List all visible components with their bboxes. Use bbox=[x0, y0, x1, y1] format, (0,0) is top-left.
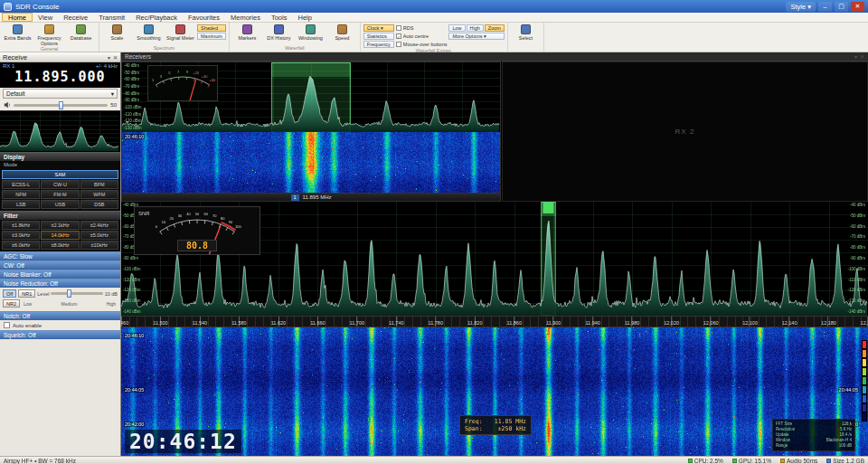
chevron-down-icon[interactable]: ▾ bbox=[108, 54, 110, 61]
filter-button-6-0khz[interactable]: ±6.0kHz bbox=[2, 241, 40, 250]
menu-item-transmit[interactable]: Transmit bbox=[93, 13, 130, 22]
filter-button-10khz[interactable]: ±10kHz bbox=[80, 241, 118, 250]
ribbon-extra-bands-button[interactable]: Extra Bands bbox=[3, 24, 33, 41]
extra-bands-icon bbox=[13, 24, 23, 34]
ribbon-markers-button[interactable]: Markers bbox=[232, 24, 262, 41]
menu-item-help[interactable]: Help bbox=[292, 13, 316, 22]
auto-enable-checkbox[interactable] bbox=[4, 322, 10, 328]
titlebar-controls: Style ▾ –▢✕ bbox=[786, 2, 864, 12]
ribbon-frequency-options-button[interactable]: Frequency Options bbox=[34, 24, 64, 46]
close-icon[interactable]: ✕ bbox=[860, 53, 864, 60]
mode-button-dsb[interactable]: DSB bbox=[80, 200, 118, 209]
style-menu-button[interactable]: Style ▾ bbox=[786, 2, 816, 12]
rx1-index-badge[interactable]: 1 bbox=[291, 194, 299, 201]
mode-button-ecss-l[interactable]: ECSS-L bbox=[2, 180, 40, 189]
mode-button-wfm[interactable]: WFM bbox=[80, 190, 118, 199]
volume-slider[interactable] bbox=[14, 104, 108, 107]
ribbon-clock-button[interactable]: Clock ▾ bbox=[363, 24, 394, 32]
ribbon-shaded-button[interactable]: Shaded bbox=[197, 24, 226, 32]
nr-level-thumb[interactable] bbox=[67, 289, 71, 298]
menu-item-rec-playback[interactable]: Rec/Playback bbox=[130, 13, 183, 22]
ribbon-high-button[interactable]: High bbox=[467, 24, 484, 32]
cw-section-header[interactable]: CW: Off bbox=[0, 260, 120, 270]
rx2-pane[interactable]: RX 2 bbox=[502, 62, 868, 202]
main-waterfall[interactable]: 20:46:1020:44:0520:42:00 20:44:0520:42:0… bbox=[121, 327, 868, 457]
ribbon-database-button[interactable]: Database bbox=[66, 24, 96, 41]
frequency-readout[interactable]: 11.895.000 bbox=[3, 69, 118, 85]
freq-tick: 11,940 bbox=[585, 320, 599, 326]
mode-button-bfm[interactable]: BFM bbox=[80, 180, 118, 189]
rx1-frequency-label[interactable]: 11.895 MHz bbox=[303, 194, 332, 200]
menu-item-view[interactable]: View bbox=[33, 13, 58, 22]
ribbon-statistics-button[interactable]: Statistics bbox=[363, 33, 394, 40]
waterfall-timestamp: 20:42:00 bbox=[124, 421, 145, 427]
receive-panel: Receive ▾ ✕ RX 1 +/- 4 kHz 11.895.000 De… bbox=[0, 52, 121, 457]
nr2-button[interactable]: NR2 bbox=[3, 299, 20, 308]
freq-tick: 12,060 bbox=[703, 320, 719, 326]
db-axis-right: -40 dBm-50 dBm-60 dBm-70 dBm-80 dBm-90 d… bbox=[841, 202, 868, 316]
ribbon-auto-centre-checkbox[interactable]: ✓Auto centre bbox=[396, 33, 448, 40]
filter-button-5-0khz[interactable]: ±5.0kHz bbox=[80, 231, 118, 240]
ribbon-frequency-button[interactable]: Frequency bbox=[363, 41, 394, 48]
menu-item-memories[interactable]: Memories bbox=[225, 13, 266, 22]
menu-item-favourites[interactable]: Favourites bbox=[183, 13, 225, 22]
close-icon[interactable]: ✕ bbox=[113, 54, 118, 61]
filter-button-3-0khz[interactable]: ±3.0kHz bbox=[2, 231, 40, 240]
display-section-header[interactable]: Display bbox=[0, 152, 120, 161]
ribbon-speed-button[interactable]: Speed bbox=[327, 24, 357, 41]
rx1-spectrum[interactable]: -40 dBm-50 dBm-60 dBm-70 dBm-80 dBm-90 d… bbox=[122, 62, 500, 132]
notch-section-header[interactable]: Notch: Off bbox=[0, 311, 120, 320]
menu-item-tools[interactable]: Tools bbox=[266, 13, 293, 22]
filter-button-2-4khz[interactable]: ±2.4kHz bbox=[80, 221, 118, 230]
ribbon-dx-history-button[interactable]: DX History bbox=[264, 24, 294, 41]
info-value: 100 dB bbox=[839, 443, 852, 449]
ribbon-mouse-over-buttons-checkbox[interactable]: Mouse-over buttons bbox=[396, 41, 448, 48]
mode-button-lsb[interactable]: LSB bbox=[2, 200, 40, 209]
noise-reduction-section-header[interactable]: Noise Reduction: Off bbox=[0, 279, 120, 288]
chevron-down-icon[interactable]: ▾ bbox=[854, 53, 857, 60]
filter-button-8-0khz[interactable]: ±8.0kHz bbox=[41, 241, 79, 250]
waterfall-color-legend[interactable] bbox=[862, 340, 867, 421]
noise-blanker-section-header[interactable]: Noise Blanker: Off bbox=[0, 270, 120, 279]
volume-slider-thumb[interactable] bbox=[59, 101, 63, 109]
nr1-button[interactable]: NR1 bbox=[18, 289, 35, 298]
maximize-button[interactable]: ▢ bbox=[835, 2, 848, 12]
freq-tick: 11,740 bbox=[389, 320, 403, 326]
ribbon-low-button[interactable]: Low bbox=[448, 24, 465, 32]
mode-button-sam[interactable]: SAM bbox=[2, 170, 118, 179]
ribbon-rds-checkbox[interactable]: RDS bbox=[396, 24, 448, 32]
preset-dropdown[interactable]: Default ▾ bbox=[3, 89, 118, 99]
ribbon-select-button[interactable]: Select bbox=[511, 24, 541, 41]
mode-button-nfm[interactable]: NFM bbox=[2, 190, 40, 199]
ribbon-zoom-button[interactable]: Zoom bbox=[485, 24, 505, 32]
frequency-axis[interactable]: 11,46011,50011,54011,58011,62011,66011,7… bbox=[121, 316, 868, 327]
filter-button-2-1khz[interactable]: ±2.1kHz bbox=[41, 221, 79, 230]
rx1-waterfall[interactable] bbox=[122, 132, 500, 193]
minimize-button[interactable]: – bbox=[818, 2, 832, 12]
ribbon-smoothing-button[interactable]: Smoothing bbox=[134, 24, 164, 41]
filter-button-14-0khz[interactable]: 14.0kHz bbox=[41, 231, 79, 240]
rx-tab-label[interactable]: RX 1 bbox=[3, 63, 14, 69]
ribbon-more-options-button[interactable]: More Options ▾ bbox=[448, 33, 504, 40]
menu-item-receive[interactable]: Receive bbox=[58, 13, 93, 22]
main-spectrum[interactable]: -40 dBm-50 dBm-60 dBm-70 dBm-80 dBm-90 d… bbox=[121, 202, 868, 316]
ribbon-windowing-button[interactable]: Windowing bbox=[296, 24, 326, 41]
mode-button-cw-u[interactable]: CW-U bbox=[41, 180, 79, 189]
agc-section-header[interactable]: AGC: Slow bbox=[0, 251, 120, 260]
nr-off-button[interactable]: Off bbox=[3, 289, 16, 298]
mode-button-fm-m[interactable]: FM-M bbox=[41, 190, 79, 199]
frequency-display[interactable]: RX 1 +/- 4 kHz 11.895.000 bbox=[0, 62, 120, 88]
ribbon-maximum-button[interactable]: Maximum bbox=[197, 33, 226, 40]
filter-section-header[interactable]: Filter bbox=[0, 211, 120, 220]
dx-history-icon bbox=[274, 24, 284, 34]
nr-level-slider[interactable] bbox=[51, 292, 102, 295]
ribbon-scale-button[interactable]: Scale bbox=[102, 24, 132, 41]
audio-icon bbox=[780, 459, 785, 463]
filter-button-1-8khz[interactable]: ±1.8kHz bbox=[2, 221, 40, 230]
mode-button-usb[interactable]: USB bbox=[41, 200, 79, 209]
close-button[interactable]: ✕ bbox=[851, 2, 864, 12]
menu-item-home[interactable]: Home bbox=[2, 13, 33, 22]
clock-display: 20:46:12 bbox=[125, 430, 241, 453]
ribbon-signal-meter-button[interactable]: Signal Meter bbox=[165, 24, 195, 41]
squelch-section-header[interactable]: Squelch: Off bbox=[0, 330, 120, 339]
